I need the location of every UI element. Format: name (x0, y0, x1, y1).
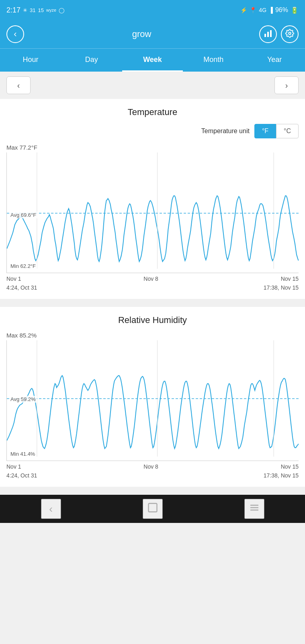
humidity-time-end: 17:38, Nov 15 (264, 472, 299, 479)
svg-point-3 (289, 32, 291, 35)
svg-rect-0 (264, 34, 266, 37)
humidity-title: Relative Humidity (6, 315, 299, 325)
gear-icon (285, 29, 294, 40)
temp-label-nov15: Nov 15 (281, 276, 299, 282)
celsius-button[interactable]: °C (276, 124, 299, 138)
page-title: grow (132, 29, 151, 39)
android-back-button[interactable]: ‹ (41, 499, 61, 519)
temperature-chart: Avg 69.6°F Min 62.2°F (6, 152, 299, 273)
temp-min-inline: Min 62.2°F (9, 263, 37, 270)
temp-label-nov8: Nov 8 (143, 276, 158, 282)
humidity-label-nov8: Nov 8 (143, 463, 158, 470)
tab-year-label: Year (267, 56, 282, 64)
temp-max-label: Max 77.2°F (6, 144, 299, 151)
status-right: ⚡ 📍 4G ▐ 96% 🔋 (240, 6, 299, 14)
calendar-15-icon: 15 (38, 7, 44, 13)
nav-icon-group (259, 25, 299, 43)
unit-toggle: Temperature unit °F °C (6, 124, 299, 138)
humidity-label-nov1: Nov 1 (6, 463, 21, 470)
temp-x-labels: Nov 1 Nov 8 Nov 15 (6, 273, 299, 283)
svg-rect-2 (270, 30, 272, 37)
android-recent-button[interactable] (244, 499, 264, 519)
humidity-max-label: Max 85.2% (6, 332, 299, 339)
svg-rect-1 (267, 32, 269, 37)
tab-week-label: Week (143, 56, 162, 64)
android-back-icon: ‹ (49, 503, 53, 515)
tab-hour-label: Hour (23, 56, 38, 64)
battery-percent: 96% (275, 6, 288, 14)
fahrenheit-button[interactable]: °F (254, 124, 276, 138)
battery-icon: 🔋 (291, 6, 299, 14)
next-icon: › (285, 81, 288, 90)
tab-day-label: Day (85, 56, 98, 64)
temperature-title: Temperature (6, 107, 299, 117)
humidity-svg (7, 340, 299, 461)
tab-day[interactable]: Day (61, 49, 122, 72)
humidity-section: Relative Humidity Max 85.2% Avg 59.2% Mi… (0, 307, 305, 487)
section-gap (0, 299, 305, 307)
wyze-icon: wyze (46, 8, 56, 12)
humidity-avg-line (7, 398, 299, 399)
humidity-avg-inline: Avg 59.2% (9, 396, 37, 403)
prev-button[interactable]: ‹ (6, 76, 31, 94)
temp-time-start: 4:24, Oct 31 (6, 284, 37, 291)
status-bar: 2:17 ✳ 31 15 wyze ◯ ⚡ 📍 4G ▐ 96% 🔋 (0, 0, 305, 20)
tab-month[interactable]: Month (183, 49, 244, 72)
android-home-button[interactable] (143, 499, 163, 519)
status-left: 2:17 ✳ 31 15 wyze ◯ (6, 6, 65, 14)
temp-time-range: 4:24, Oct 31 17:38, Nov 15 (6, 283, 299, 291)
chart-icon (264, 29, 272, 40)
nav-row: ‹ › (0, 72, 305, 99)
unit-toggle-label: Temperature unit (201, 128, 250, 135)
top-nav: ‹ grow (0, 20, 305, 48)
location-icon: 📍 (250, 7, 256, 13)
temp-label-nov1: Nov 1 (6, 276, 21, 282)
tab-week[interactable]: Week (122, 49, 183, 72)
humidity-label-nov15: Nov 15 (281, 463, 299, 470)
bottom-nav: ‹ (0, 495, 305, 523)
fan-icon: ✳ (23, 7, 27, 13)
signal-icon: 4G (259, 7, 266, 13)
temperature-section: Temperature Temperature unit °F °C Max 7… (0, 99, 305, 299)
humidity-x-labels: Nov 1 Nov 8 Nov 15 (6, 461, 299, 471)
settings-button[interactable] (281, 25, 299, 43)
prev-icon: ‹ (17, 81, 20, 90)
humidity-time-range: 4:24, Oct 31 17:38, Nov 15 (6, 471, 299, 479)
humidity-time-start: 4:24, Oct 31 (6, 472, 37, 479)
calendar-31-icon: 31 (30, 7, 35, 13)
tab-bar: Hour Day Week Month Year (0, 48, 305, 72)
tab-year[interactable]: Year (244, 49, 305, 72)
humidity-chart: Avg 59.2% Min 41.4% (6, 340, 299, 461)
back-icon: ‹ (14, 29, 16, 39)
chart-button[interactable] (259, 25, 277, 43)
svg-rect-10 (148, 504, 157, 512)
android-recent-icon (249, 503, 260, 514)
cell-signal-icon: ▐ (269, 7, 273, 13)
status-time: 2:17 (6, 6, 20, 14)
temp-avg-line (7, 213, 299, 214)
circle-icon: ◯ (59, 7, 65, 13)
next-button[interactable]: › (274, 76, 299, 94)
tab-hour[interactable]: Hour (0, 49, 61, 72)
back-button[interactable]: ‹ (6, 25, 24, 43)
temp-avg-inline: Avg 69.6°F (9, 212, 37, 218)
humidity-min-inline: Min 41.4% (9, 451, 36, 457)
android-home-icon (147, 502, 158, 516)
temp-time-end: 17:38, Nov 15 (264, 284, 299, 291)
tab-month-label: Month (203, 56, 223, 64)
bluetooth-icon: ⚡ (240, 7, 247, 13)
